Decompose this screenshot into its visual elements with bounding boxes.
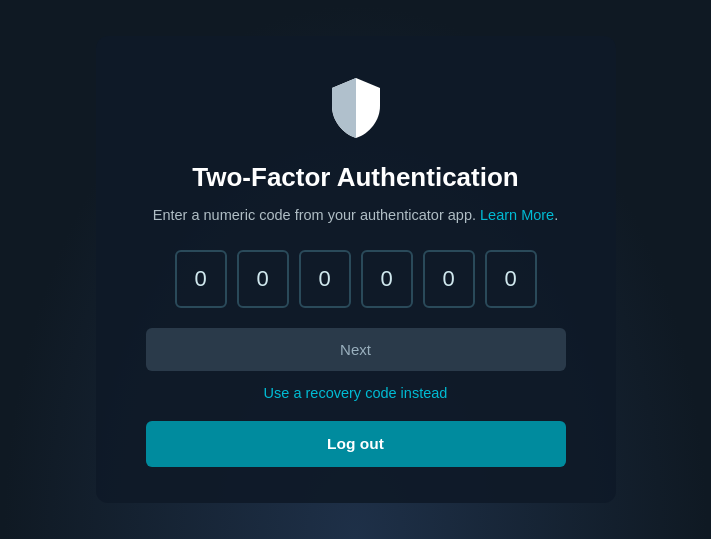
page-title: Two-Factor Authentication <box>192 162 518 193</box>
auth-card: Two-Factor Authentication Enter a numeri… <box>96 36 616 504</box>
code-input-group <box>175 250 537 308</box>
digit-input-4[interactable] <box>361 250 413 308</box>
digit-input-1[interactable] <box>175 250 227 308</box>
shield-icon <box>328 76 384 144</box>
logout-button[interactable]: Log out <box>146 421 566 467</box>
digit-input-5[interactable] <box>423 250 475 308</box>
digit-input-3[interactable] <box>299 250 351 308</box>
digit-input-2[interactable] <box>237 250 289 308</box>
learn-more-link[interactable]: Learn More <box>480 207 554 223</box>
subtitle-static: Enter a numeric code from your authentic… <box>153 207 476 223</box>
recovery-code-link[interactable]: Use a recovery code instead <box>264 385 448 401</box>
subtitle-text: Enter a numeric code from your authentic… <box>153 205 558 227</box>
digit-input-6[interactable] <box>485 250 537 308</box>
next-button[interactable]: Next <box>146 328 566 371</box>
